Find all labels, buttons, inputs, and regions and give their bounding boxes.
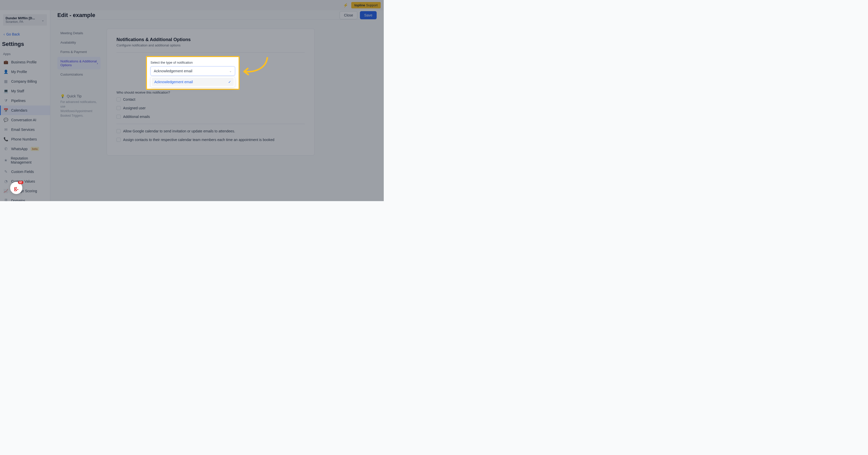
checkbox-icon [117, 97, 121, 101]
close-button[interactable]: Close [340, 11, 358, 19]
sidebar-item-label: Pipelines [11, 99, 26, 103]
tab-customizations[interactable]: Customizations [57, 70, 100, 79]
highlight-select-type: Select the type of notification Acknowle… [146, 56, 240, 90]
sidebar-item-label: My Profile [11, 70, 27, 74]
grid-icon: ▦ [4, 79, 8, 84]
location-selector[interactable]: Dunder Mifflin [D... Scranton, PA ⌄ [3, 14, 47, 26]
sidebar-item-manage-scoring[interactable]: 📈Manage Scoring [0, 186, 50, 196]
quick-tip: 💡 Quick Tip For advanced notifications, … [57, 94, 100, 118]
filter-icon: ⧩ [4, 98, 8, 103]
lightbulb-icon: 💡 [60, 94, 65, 98]
briefcase-icon: 💼 [4, 60, 8, 64]
guide-logo: g. [14, 185, 19, 192]
tab-forms-payment[interactable]: Forms & Payment [57, 47, 100, 56]
who-receive-label: Who should receive this notification? [117, 91, 305, 94]
notification-type-dropdown: Acknowledgement email ✓ [151, 76, 235, 87]
recipient-contact[interactable]: Contact [117, 97, 305, 101]
help-widget[interactable]: g. 97 [10, 182, 22, 194]
dropdown-option-ack-email[interactable]: Acknowledgement email ✓ [152, 78, 234, 86]
checkbox-icon [117, 115, 121, 119]
notifications-panel: Notifications & Additional Options Confi… [106, 29, 315, 156]
star-icon: ★ [4, 158, 8, 163]
chevron-left-icon: ‹ [4, 32, 5, 36]
sidebar-item-company-billing[interactable]: ▦Company Billing [0, 76, 50, 86]
phone-icon: 📞 [4, 137, 8, 141]
tip-text: For advanced notifications, use Workflow… [60, 100, 97, 118]
guide-count-badge: 97 [18, 181, 23, 184]
option-assign-contacts[interactable]: Assign contacts to their respective cale… [117, 138, 305, 142]
sidebar-item-label: Phone Numbers [11, 137, 37, 141]
calendar-icon: 📅 [4, 108, 8, 112]
sidebar-item-my-profile[interactable]: 👤My Profile [0, 67, 50, 76]
whatsapp-icon: ✆ [4, 147, 8, 151]
chevron-down-icon: ⌄ [41, 18, 44, 22]
save-button[interactable]: Save [360, 11, 377, 19]
sidebar-item-whatsapp[interactable]: ✆WhatsAppbeta [0, 144, 50, 154]
pie-icon: ◔ [4, 179, 8, 184]
panel-title: Notifications & Additional Options [117, 37, 305, 42]
beta-badge: beta [31, 147, 39, 151]
sidebar-item-conversation-ai[interactable]: 💬Conversation AI [0, 115, 50, 125]
checkbox-icon [117, 106, 121, 110]
sidebar-item-label: Conversation AI [11, 118, 36, 122]
settings-title: Settings [0, 39, 50, 51]
section-apps-label: Apps [0, 51, 50, 57]
location-sub: Scranton, PA [6, 20, 35, 24]
sidebar-item-label: My Staff [11, 89, 24, 93]
user-icon: 👤 [4, 69, 8, 74]
checkbox-icon [117, 138, 121, 142]
sidebar-item-domains[interactable]: 🗄Domains [0, 196, 50, 201]
sidebar-item-business-profile[interactable]: 💼Business Profile [0, 57, 50, 67]
sidebar-item-label: Domains [11, 199, 25, 201]
bolt-icon[interactable]: ⚡ [343, 3, 348, 8]
sidebar-item-label: Custom Fields [11, 170, 34, 174]
tab-notifications-additional-options[interactable]: Notifications & Additional Options [57, 57, 100, 69]
check-icon: ✓ [228, 80, 231, 84]
tab-meeting-details[interactable]: Meeting Details [57, 29, 100, 37]
support-button[interactable]: topline Support [351, 2, 381, 8]
checkbox-icon [117, 129, 121, 133]
sidebar-item-label: WhatsApp [11, 147, 28, 151]
location-name: Dunder Mifflin [D... [6, 16, 35, 20]
panel-subtitle: Configure notification and additional op… [117, 43, 305, 47]
mail-icon: ✉ [4, 127, 8, 132]
tab-availability[interactable]: Availability [57, 38, 100, 47]
sidebar-item-custom-fields[interactable]: ✎Custom Fields [0, 167, 50, 176]
go-back-link[interactable]: ‹ Go Back [0, 30, 50, 39]
sidebar-item-phone-numbers[interactable]: 📞Phone Numbers [0, 134, 50, 144]
chat-icon: 💬 [4, 118, 8, 122]
sidebar-item-reputation-management[interactable]: ★Reputation Management [0, 154, 50, 167]
main-area: Edit - example Close Save Meeting Detail… [50, 10, 384, 201]
select-label: Select the type of notification [151, 61, 235, 64]
sidebar-item-email-services[interactable]: ✉Email Services [0, 125, 50, 134]
sidebar-item-label: Company Billing [11, 79, 37, 84]
sidebar-item-label: Reputation Management [11, 156, 47, 164]
sidebar-item-my-staff[interactable]: 💻My Staff [0, 86, 50, 96]
sidebar-item-label: Email Services [11, 128, 35, 132]
sidebar-item-label: Business Profile [11, 60, 36, 64]
db-icon: 🗄 [4, 198, 8, 201]
page-title: Edit - example [57, 12, 95, 19]
recipient-additional-emails[interactable]: Additional emails [117, 115, 305, 119]
recipient-assigned-user[interactable]: Assigned user [117, 106, 305, 110]
option-google-calendar[interactable]: Allow Google calendar to send invitation… [117, 129, 305, 133]
sidebar-item-pipelines[interactable]: ⧩Pipelines [0, 96, 50, 105]
top-bar: ⚡ topline Support [0, 0, 384, 10]
sidebar-item-custom-values[interactable]: ◔Custom Values [0, 176, 50, 186]
notification-type-select[interactable]: Acknowledgement email [151, 66, 235, 75]
laptop-icon: 💻 [4, 89, 8, 93]
sidebar-item-calendars[interactable]: 📅Calendars [0, 105, 50, 115]
sidebar-item-label: Calendars [11, 108, 27, 112]
edit-icon: ✎ [4, 169, 8, 174]
chart-icon: 📈 [4, 189, 8, 193]
sidebar: Dunder Mifflin [D... Scranton, PA ⌄ ‹ Go… [0, 10, 50, 201]
tab-column: Meeting DetailsAvailabilityForms & Payme… [57, 29, 100, 156]
